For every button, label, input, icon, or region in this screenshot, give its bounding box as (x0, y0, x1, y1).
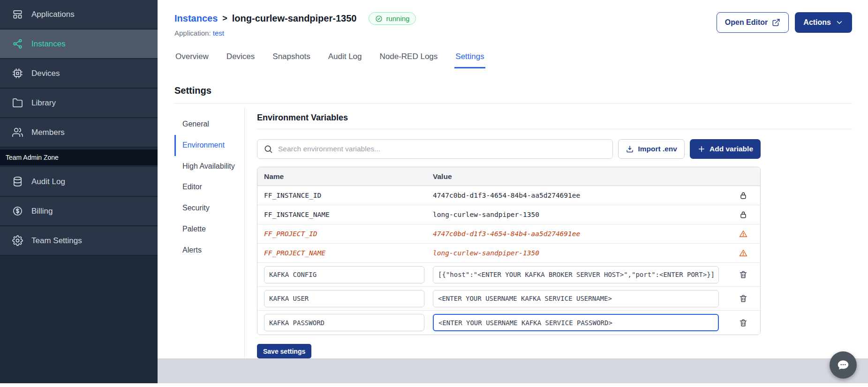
env-name: FF_PROJECT_NAME (264, 249, 325, 257)
table-row: FF_INSTANCE_ID 4747c0bd-d1f3-4654-84b4-a… (257, 186, 760, 205)
table-row: FF_PROJECT_NAME long-curlew-sandpiper-13… (257, 244, 760, 263)
sidebar-item-team-settings[interactable]: Team Settings (0, 226, 158, 256)
footer-band (158, 358, 868, 383)
subnav-item-high-availability[interactable]: High Availability (174, 156, 244, 177)
application-label: Application: (174, 29, 211, 37)
sidebar-item-label: Library (31, 98, 56, 108)
instance-header: Instances > long-curlew-sandpiper-1350 r… (174, 12, 852, 37)
breadcrumb-instances-link[interactable]: Instances (174, 13, 218, 24)
external-link-icon (772, 18, 780, 27)
main-content: Instances > long-curlew-sandpiper-1350 r… (158, 0, 868, 358)
actions-label: Actions (803, 18, 831, 27)
application-link[interactable]: test (213, 29, 224, 37)
devices-icon (12, 68, 23, 79)
sidebar-item-label: Audit Log (31, 177, 65, 186)
add-variable-button[interactable]: Add variable (690, 139, 761, 159)
env-name-input[interactable] (264, 314, 424, 331)
env-name: FF_PROJECT_ID (264, 230, 317, 238)
members-icon (12, 127, 23, 138)
chat-bubble-icon (836, 358, 850, 372)
env-value-input[interactable] (433, 266, 719, 283)
env-name-input[interactable] (264, 290, 424, 307)
instance-name: long-curlew-sandpiper-1350 (232, 13, 357, 24)
table-row (257, 263, 760, 287)
sidebar-item-audit-log[interactable]: Audit Log (0, 167, 158, 197)
search-input[interactable] (278, 145, 606, 153)
warning-icon (739, 248, 748, 258)
library-icon (12, 97, 23, 108)
breadcrumb-separator: > (222, 14, 227, 23)
chat-widget-button[interactable] (830, 351, 857, 379)
table-row: FF_INSTANCE_NAME long-curlew-sandpiper-1… (257, 205, 760, 224)
team-admin-zone-header: Team Admin Zone (0, 149, 158, 165)
warning-icon (739, 229, 748, 238)
subnav-item-palette[interactable]: Palette (174, 219, 244, 240)
breadcrumb: Instances > long-curlew-sandpiper-1350 r… (174, 12, 416, 25)
trash-icon (739, 318, 748, 327)
open-editor-label: Open Editor (725, 18, 768, 27)
table-row (257, 311, 760, 335)
env-name-input[interactable] (264, 266, 424, 283)
env-value: 4747c0bd-d1f3-4654-84b4-aa5d274691ee (433, 230, 580, 238)
env-name: FF_INSTANCE_NAME (264, 211, 330, 218)
tab-devices[interactable]: Devices (226, 49, 256, 68)
actions-button[interactable]: Actions (795, 12, 852, 33)
instances-icon (12, 38, 23, 49)
column-header-value: Value (433, 172, 452, 181)
tab-settings[interactable]: Settings (454, 49, 485, 68)
sidebar-item-members[interactable]: Members (0, 118, 158, 148)
audit-log-icon (12, 176, 23, 187)
header-actions: Open Editor Actions (717, 12, 852, 33)
search-box (257, 139, 613, 159)
settings-subnav: General Environment High Availability Ed… (174, 107, 245, 358)
delete-variable-button[interactable] (739, 294, 748, 303)
delete-variable-button[interactable] (739, 270, 748, 279)
applications-icon (12, 9, 23, 20)
running-status-icon (375, 15, 383, 22)
subnav-item-alerts[interactable]: Alerts (174, 240, 244, 261)
settings-divider (174, 103, 852, 104)
sidebar-item-billing[interactable]: Billing (0, 197, 158, 226)
lock-icon (739, 210, 748, 219)
application-line: Application: test (174, 29, 416, 37)
environment-variables-title: Environment Variables (257, 113, 852, 123)
tab-overview[interactable]: Overview (174, 49, 210, 68)
chevron-down-icon (835, 18, 844, 27)
billing-icon (12, 206, 23, 216)
import-icon (626, 145, 634, 153)
add-variable-label: Add variable (709, 145, 753, 153)
trash-icon (739, 294, 748, 303)
subnav-item-editor[interactable]: Editor (174, 177, 244, 198)
sidebar-item-instances[interactable]: Instances (0, 30, 158, 59)
env-name: FF_INSTANCE_ID (264, 192, 321, 199)
sidebar-item-applications[interactable]: Applications (0, 0, 158, 30)
sidebar-item-devices[interactable]: Devices (0, 59, 158, 89)
lock-icon (739, 191, 748, 200)
delete-variable-button[interactable] (739, 318, 748, 327)
subnav-item-security[interactable]: Security (174, 198, 244, 219)
env-value: 4747c0bd-d1f3-4654-84b4-aa5d274691ee (433, 192, 580, 199)
save-settings-button[interactable]: Save settings (257, 344, 311, 358)
status-badge-label: running (386, 15, 409, 22)
sidebar-item-label: Instances (31, 39, 66, 49)
tab-snapshots[interactable]: Snapshots (272, 49, 311, 68)
settings-page-title: Settings (174, 85, 852, 96)
search-icon (264, 144, 273, 154)
environment-variables-table: Name Value FF_INSTANCE_ID 4747c0bd-d1f3-… (257, 167, 761, 335)
open-editor-button[interactable]: Open Editor (717, 12, 789, 33)
sidebar-item-label: Billing (31, 207, 53, 216)
tab-node-red-logs[interactable]: Node-RED Logs (379, 49, 439, 68)
team-settings-icon (12, 235, 23, 246)
env-value-input[interactable] (433, 314, 719, 331)
trash-icon (739, 270, 748, 279)
subnav-item-environment[interactable]: Environment (174, 135, 244, 156)
sidebar-item-library[interactable]: Library (0, 89, 158, 118)
import-env-button[interactable]: Import .env (618, 139, 685, 159)
tab-audit-log[interactable]: Audit Log (327, 49, 363, 68)
settings-body: General Environment High Availability Ed… (174, 107, 852, 358)
subnav-item-general[interactable]: General (174, 114, 244, 135)
instance-tabs: Overview Devices Snapshots Audit Log Nod… (174, 49, 852, 68)
main-area: Instances > long-curlew-sandpiper-1350 r… (158, 0, 868, 383)
env-value-input[interactable] (433, 290, 719, 307)
instance-header-left: Instances > long-curlew-sandpiper-1350 r… (174, 12, 416, 37)
